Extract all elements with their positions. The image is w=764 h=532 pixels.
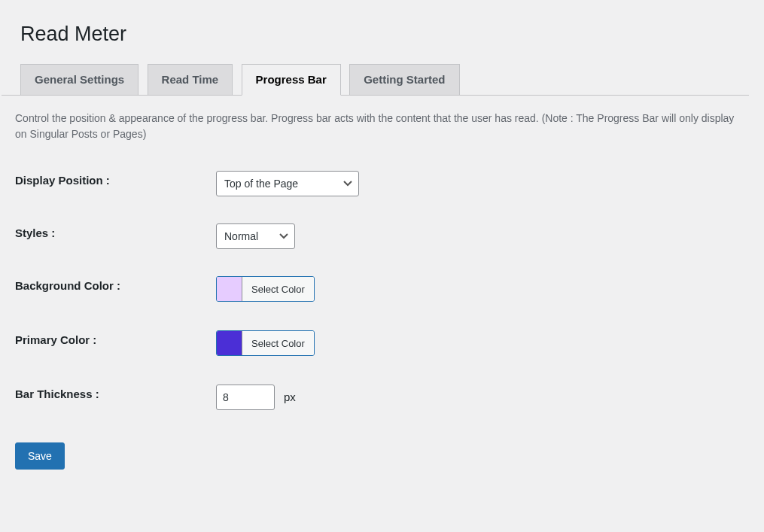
tab-description: Control the position & appearance of the… xyxy=(2,96,749,150)
background-color-picker[interactable]: Select Color xyxy=(216,276,315,302)
bar-thickness-label: Bar Thickness : xyxy=(2,371,209,424)
settings-form: Display Position : Top of the Page Style… xyxy=(2,157,749,424)
tab-getting-started[interactable]: Getting Started xyxy=(349,64,459,95)
tab-general-settings[interactable]: General Settings xyxy=(20,64,138,95)
background-color-button-label: Select Color xyxy=(242,277,314,301)
display-position-label: Display Position : xyxy=(2,157,209,210)
bar-thickness-unit: px xyxy=(284,391,296,403)
background-color-label: Background Color : xyxy=(2,263,209,317)
tab-progress-bar[interactable]: Progress Bar xyxy=(242,64,341,96)
page-title: Read Meter xyxy=(2,8,749,57)
primary-color-label: Primary Color : xyxy=(2,317,209,371)
display-position-select[interactable]: Top of the Page xyxy=(216,171,359,196)
bar-thickness-input[interactable] xyxy=(216,385,275,410)
tab-read-time[interactable]: Read Time xyxy=(148,64,233,95)
styles-label: Styles : xyxy=(2,210,209,263)
primary-color-button-label: Select Color xyxy=(242,331,314,355)
primary-color-swatch xyxy=(217,331,242,355)
background-color-swatch xyxy=(217,277,242,301)
styles-select[interactable]: Normal xyxy=(216,223,295,249)
primary-color-picker[interactable]: Select Color xyxy=(216,330,315,356)
save-button[interactable]: Save xyxy=(15,442,65,470)
tab-bar: General Settings Read Time Progress Bar … xyxy=(2,57,749,96)
